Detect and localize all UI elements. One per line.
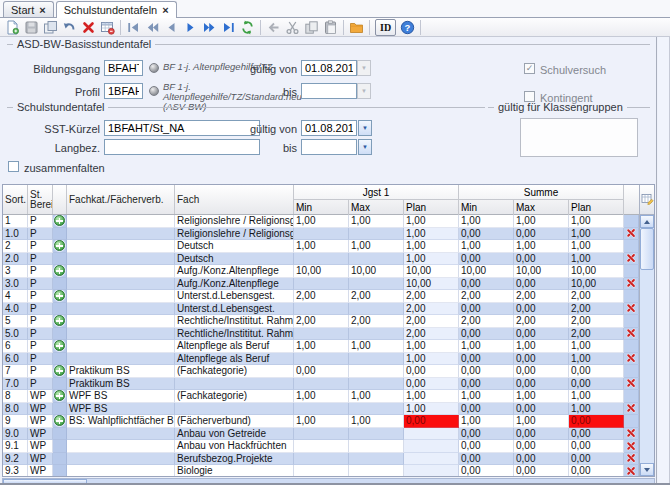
add-row-icon[interactable] xyxy=(54,415,65,426)
add-row-icon[interactable] xyxy=(54,240,65,251)
delete-row-icon[interactable] xyxy=(626,453,637,464)
delete-row-icon[interactable] xyxy=(626,440,637,451)
table-row[interactable]: 9.2WPBerufsbezog.Projekte0,000,000,00 xyxy=(3,453,639,466)
delete-row-icon[interactable] xyxy=(626,428,637,439)
paste-button[interactable] xyxy=(321,19,340,36)
nav-rewind-button[interactable] xyxy=(143,19,162,36)
asd-bis-dropdown chevron-down-icon[interactable]: ▼ xyxy=(357,83,371,99)
column-header-summe-max[interactable]: Max xyxy=(514,200,569,215)
new-record-button[interactable] xyxy=(3,19,22,36)
column-header-icon[interactable] xyxy=(53,185,67,214)
table-row[interactable]: 7.0PPraktikum BS0,000,000,000,00 xyxy=(3,378,639,391)
vertical-scrollbar-track[interactable] xyxy=(640,270,654,463)
back-button[interactable] xyxy=(264,19,283,36)
group-header-jgst1[interactable]: Jgst 1 xyxy=(294,185,459,200)
nav-first-button[interactable] xyxy=(124,19,143,36)
table-row[interactable]: 5.0PRechtliche/Instititut. Rahmenbed.2,0… xyxy=(3,328,639,341)
schulversuch-checkbox[interactable]: ✓ xyxy=(524,63,535,74)
delete-row-icon[interactable] xyxy=(626,465,637,476)
column-header-jgst1-min[interactable]: Min xyxy=(294,200,349,215)
table-row[interactable]: 9.0WPAnbau von Getreide0,000,000,00 xyxy=(3,428,639,441)
table-row[interactable]: 3.0PAufg./Konz.Altenpflege10,000,000,001… xyxy=(3,278,639,291)
delete-row-icon[interactable] xyxy=(626,253,637,264)
scroll-up-button[interactable] xyxy=(640,215,654,228)
add-row-icon[interactable] xyxy=(54,365,65,376)
group-header-summe[interactable]: Summe xyxy=(459,185,624,200)
sst-kuerzel-field[interactable] xyxy=(104,120,260,136)
table-row[interactable]: 2.0PDeutsch1,000,000,001,00 xyxy=(3,253,639,266)
table-row[interactable]: 8WPWPF BS(Fachkategorie)1,001,001,001,00… xyxy=(3,390,639,403)
cut-button[interactable] xyxy=(283,19,302,36)
sst-bis-field[interactable] xyxy=(301,139,357,155)
column-header-summe-plan[interactable]: Plan xyxy=(569,200,624,215)
sst-gueltig-von-dropdown chevron-down-icon[interactable]: ▼ xyxy=(358,120,372,136)
delete-row-icon[interactable] xyxy=(626,403,637,414)
table-cell: P xyxy=(28,215,53,228)
nav-fast-forward-button[interactable] xyxy=(200,19,219,36)
add-row-icon[interactable] xyxy=(54,290,65,301)
edit-table-button[interactable] xyxy=(98,19,117,36)
delete-row-icon[interactable] xyxy=(626,378,637,389)
column-header-fachkat[interactable]: Fachkat./Fächerverb. xyxy=(67,185,175,214)
langbez-field[interactable] xyxy=(104,139,260,155)
table-row[interactable]: 4PUnterst.d.Lebensgest.2,002,002,002,002… xyxy=(3,290,639,303)
klassengruppen-listbox[interactable] xyxy=(520,118,638,157)
scroll-down-button[interactable] xyxy=(640,463,654,476)
zusammenfalten-checkbox[interactable] xyxy=(8,161,19,172)
table-row[interactable]: 6PAltenpflege als Beruf1,001,001,001,001… xyxy=(3,340,639,353)
delete-row-icon[interactable] xyxy=(626,278,637,289)
table-row[interactable]: 1.0PReligionslehre / Religionsgerag...1,… xyxy=(3,228,639,241)
undo-button[interactable] xyxy=(60,19,79,36)
copy-button[interactable] xyxy=(302,19,321,36)
table-row[interactable]: 1PReligionslehre / Religionsgerag...1,00… xyxy=(3,215,639,228)
table-row[interactable]: 6.0PAltenpflege als Beruf1,000,000,001,0… xyxy=(3,353,639,366)
nav-previous-button[interactable] xyxy=(162,19,181,36)
asd-gueltig-von-field[interactable] xyxy=(301,60,357,76)
bildungsgang-field[interactable] xyxy=(104,60,143,76)
table-row[interactable]: 9.3WPBiologie0,000,000,00 xyxy=(3,465,639,476)
add-row-icon[interactable] xyxy=(54,315,65,326)
nav-last-button[interactable] xyxy=(219,19,238,36)
table-row[interactable]: 7PPraktikum BS(Fachkategorie)0,000,000,0… xyxy=(3,365,639,378)
sst-gueltig-von-field[interactable] xyxy=(301,120,357,136)
id-button[interactable]: ID xyxy=(375,19,396,36)
column-header-bereich[interactable]: St. Bereich xyxy=(28,185,53,214)
asd-bis-field[interactable] xyxy=(301,83,357,99)
delete-row-icon[interactable] xyxy=(626,228,637,239)
table-row[interactable]: 3PAufg./Konz.Altenpflege10,0010,0010,001… xyxy=(3,265,639,278)
delete-record-button[interactable] xyxy=(79,19,98,36)
nav-next-button[interactable] xyxy=(181,19,200,36)
column-header-jgst1-plan[interactable]: Plan xyxy=(404,200,459,215)
column-header-fach[interactable]: Fach xyxy=(175,185,294,214)
table-row[interactable]: 9WPBS: Wahlpflichtfächer BS(Fächerverbun… xyxy=(3,415,639,428)
table-row[interactable]: 8.0WPWPF BS1,000,000,001,00 xyxy=(3,403,639,416)
add-row-icon[interactable] xyxy=(54,265,65,276)
column-header-summe-min[interactable]: Min xyxy=(459,200,514,215)
delete-row-icon[interactable] xyxy=(626,328,637,339)
column-header-jgst1-max[interactable]: Max xyxy=(349,200,404,215)
add-row-icon[interactable] xyxy=(54,340,65,351)
add-row-icon[interactable] xyxy=(54,215,65,226)
copy-record-button[interactable] xyxy=(41,19,60,36)
add-row-icon[interactable] xyxy=(54,390,65,401)
refresh-button[interactable] xyxy=(238,19,257,36)
column-header-sort[interactable]: Sort. xyxy=(3,185,28,214)
table-row[interactable]: 5PRechtliche/Instititut. Rahmenbed.2,002… xyxy=(3,315,639,328)
folder-button[interactable] xyxy=(347,19,366,36)
table-row[interactable]: 4.0PUnterst.d.Lebensgest.2,000,000,002,0… xyxy=(3,303,639,316)
sst-bis-dropdown chevron-down-icon[interactable]: ▼ xyxy=(358,139,372,155)
save-button[interactable] xyxy=(22,19,41,36)
column-settings-button[interactable] xyxy=(640,185,654,215)
help-button[interactable]: ? xyxy=(398,19,417,36)
tab-start[interactable]: Start× xyxy=(3,1,54,17)
profil-field[interactable] xyxy=(104,83,143,99)
delete-row-icon[interactable] xyxy=(626,353,637,364)
close-icon[interactable]: × xyxy=(162,5,168,15)
tab-schulstundentafeln[interactable]: Schulstundentafeln× xyxy=(56,1,177,18)
table-row[interactable]: 9.1WPAnbau von Hackfrüchten0,000,000,00 xyxy=(3,440,639,453)
vertical-scrollbar-thumb[interactable] xyxy=(640,228,654,270)
table-row[interactable]: 2PDeutsch1,001,001,001,001,001,00 xyxy=(3,240,639,253)
close-icon[interactable]: × xyxy=(39,5,45,15)
delete-row-icon[interactable] xyxy=(626,303,637,314)
asd-gueltig-von-dropdown chevron-down-icon[interactable]: ▼ xyxy=(357,60,371,76)
